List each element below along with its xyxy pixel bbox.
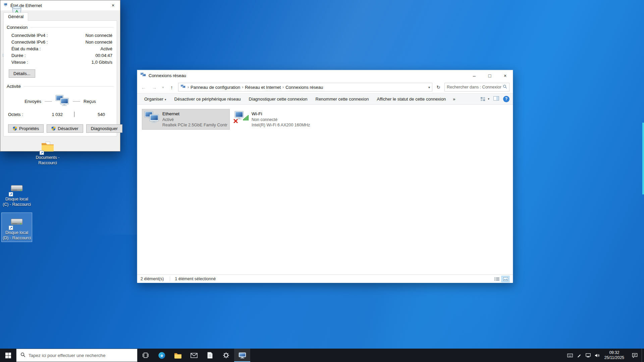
windows-logo-icon [5, 353, 11, 358]
explorer-search-box[interactable] [444, 83, 509, 92]
octets-divider [74, 112, 74, 117]
help-button[interactable]: ? [503, 96, 509, 102]
explorer-search-input[interactable] [447, 85, 501, 89]
file-explorer-taskbar-button[interactable] [170, 349, 186, 362]
connection-item-ethernet[interactable]: Ethernet Activé Realtek PCIe 2.5GbE Fami… [142, 109, 230, 130]
connection-name: Ethernet [162, 111, 227, 117]
wifi-disconnected-icon [233, 111, 249, 128]
activity-line [73, 101, 80, 102]
more-commands-button[interactable]: » [450, 97, 458, 102]
connection-device: Realtek PCIe 2.5GbE Family Contr... [162, 122, 227, 128]
drive-icon: ↗ [9, 181, 24, 196]
up-button[interactable]: ↑ [167, 84, 176, 90]
uac-shield-icon [51, 126, 56, 131]
details-view-toggle[interactable] [493, 276, 501, 282]
maximize-button[interactable]: □ [482, 70, 497, 81]
window-title: Connexions réseau [149, 73, 186, 78]
connection-device: Intel(R) Wi-Fi 6 AX200 160MHz [252, 122, 310, 128]
close-button[interactable]: × [497, 70, 513, 81]
desktop-icon-disk-d-shortcut[interactable]: ↗ Disque local (D) - Raccourci [1, 213, 32, 242]
folder-icon [174, 352, 182, 359]
dialog-action-buttons: Propriétés Désactiver Diagnostiquer [7, 124, 114, 133]
crumb-separator-icon: › [187, 85, 189, 89]
breadcrumb-control-panel[interactable]: Panneau de configuration [191, 85, 240, 90]
clock-date: 25/11/2025 [604, 355, 624, 360]
network-connections-taskbar-button[interactable] [234, 349, 250, 362]
shortcut-arrow-badge: ↗ [9, 226, 13, 230]
details-button[interactable]: Détails... [9, 69, 35, 78]
show-desktop-button[interactable] [642, 349, 644, 362]
taskbar-search-input[interactable] [29, 353, 133, 358]
explorer-titlebar[interactable]: Connexions réseau – □ × [137, 70, 513, 81]
network-tray-icon[interactable] [584, 349, 593, 362]
touch-keyboard-icon[interactable] [566, 349, 575, 362]
mail-taskbar-button[interactable] [186, 349, 202, 362]
explorer-statusbar: 2 élément(s) 1 élément sélectionné [137, 275, 513, 283]
search-icon [503, 84, 507, 90]
large-icons-view-toggle[interactable] [501, 276, 509, 282]
volume-tray-icon[interactable] [593, 349, 602, 362]
connections-list: Ethernet Activé Realtek PCIe 2.5GbE Fami… [137, 105, 513, 275]
back-button[interactable]: ← [139, 84, 148, 90]
sent-label: Envoyés [24, 99, 41, 104]
refresh-button[interactable]: ↻ [434, 84, 442, 90]
drive-icon: ↗ [9, 215, 24, 229]
notification-icon [632, 353, 638, 358]
diagnose-connection-command[interactable]: Diagnostiquer cette connexion [245, 97, 311, 102]
address-bar[interactable]: › Panneau de configuration › Réseau et I… [178, 83, 432, 92]
desktop: Corbeille e Microsoft Edge ↗ Documents -… [0, 0, 644, 152]
network-connections-window: Connexions réseau – □ × ← → ▾ ↑ [137, 70, 513, 283]
breadcrumb-network-internet[interactable]: Réseau et Internet [245, 85, 281, 90]
chevron-down-icon: ▾ [488, 97, 489, 101]
desktop-icon-disk-c-shortcut[interactable]: ↗ Disque local (C) - Raccourci [1, 179, 32, 208]
ipv4-row: Connectivité IPv4 :Non connecté [7, 32, 114, 39]
connection-item-wifi[interactable]: Wi-Fi Non connecté Intel(R) Wi-Fi 6 AX20… [231, 109, 319, 130]
properties-button[interactable]: Propriétés [8, 124, 44, 133]
settings-taskbar-button[interactable] [218, 349, 234, 362]
minimize-button[interactable]: – [467, 70, 482, 81]
tab-general[interactable]: Général [3, 12, 28, 21]
desktop-icon-label: Documents - Raccourci [33, 155, 62, 166]
dialog-close-button[interactable]: × [106, 0, 120, 10]
gear-icon [223, 352, 229, 359]
desktop-icon-documents-shortcut[interactable]: ↗ Documents - Raccourci [32, 137, 63, 167]
address-location-icon [180, 84, 186, 90]
octets-sent-value: 1 032 [35, 112, 71, 117]
change-view-button[interactable]: ▾ [480, 97, 489, 102]
action-center-button[interactable] [628, 349, 642, 362]
disable-button[interactable]: Désactiver [47, 124, 83, 133]
notepad-icon [207, 352, 213, 359]
connection-status: Non connecté [252, 117, 310, 122]
preview-pane-button[interactable] [493, 96, 499, 102]
crumb-separator-icon: › [242, 85, 243, 89]
organize-menu[interactable]: Organiser▾ [141, 97, 170, 102]
view-status-command[interactable]: Afficher le statut de cette connexion [373, 97, 449, 102]
octets-received-value: 540 [77, 112, 114, 117]
octets-row: Octets : 1 032 540 [7, 112, 114, 117]
desktop-icon-label: Disque local (D) - Raccourci [2, 230, 31, 241]
shortcut-arrow-badge: ↗ [9, 192, 13, 196]
edge-taskbar-button[interactable]: e [154, 349, 170, 362]
network-connections-icon [140, 72, 146, 79]
notepad-taskbar-button[interactable] [202, 349, 218, 362]
octets-label: Octets : [8, 112, 35, 117]
address-dropdown-icon[interactable]: ▾ [428, 85, 430, 89]
taskbar-search-box[interactable] [16, 349, 138, 362]
breadcrumb-network-connections[interactable]: Connexions réseau [285, 85, 323, 90]
disable-device-command[interactable]: Désactiver ce périphérique réseau [171, 97, 245, 102]
connection-status: Activé [162, 117, 227, 122]
activity-group-label: Activité [7, 84, 114, 89]
uac-shield-icon [13, 126, 17, 131]
item-count: 2 élément(s) [141, 277, 164, 281]
diagnose-button[interactable]: Diagnostiquer [86, 124, 122, 133]
forward-button[interactable]: → [150, 84, 159, 90]
computer-activity-icon [55, 95, 69, 108]
pen-tray-icon[interactable] [575, 349, 584, 362]
task-view-button[interactable] [138, 349, 154, 362]
start-button[interactable] [0, 349, 16, 362]
recent-locations-button[interactable]: ▾ [161, 85, 165, 89]
svg-text:e: e [160, 353, 163, 358]
wallpaper-accent-strip [642, 123, 644, 194]
taskbar-clock[interactable]: 09:32 25/11/2025 [602, 350, 628, 360]
rename-connection-command[interactable]: Renommer cette connexion [312, 97, 373, 102]
